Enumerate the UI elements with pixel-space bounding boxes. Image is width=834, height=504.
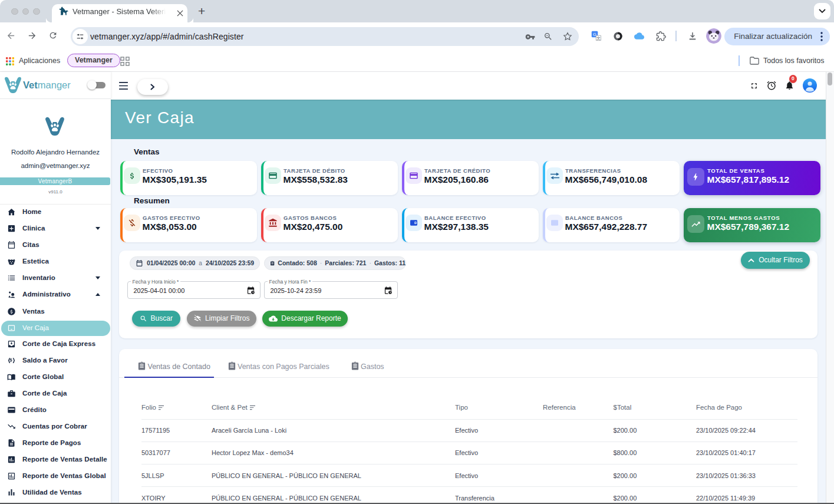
svg-text:文: 文 — [596, 36, 601, 40]
